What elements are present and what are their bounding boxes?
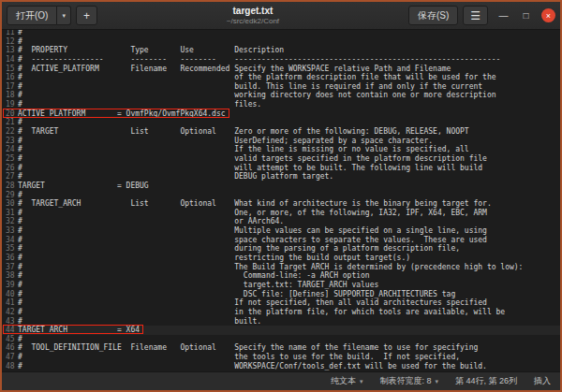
line-text: # [18, 118, 22, 126]
line-number: 41 [2, 298, 18, 308]
code-line[interactable]: 15# ACTIVE_PLATFORM Filename Recommended… [2, 65, 560, 74]
code-line[interactable]: 14# ---------------- -------- -------- -… [2, 55, 560, 65]
code-line[interactable]: 46# TOOL_DEFINITION_FILE Filename Option… [2, 343, 560, 353]
line-text: # space characters to separate the value… [18, 236, 487, 244]
line-number: 16 [2, 73, 18, 82]
code-line[interactable]: 18# working directory does not contain o… [2, 91, 560, 100]
window-controls: — □ × [496, 8, 555, 22]
code-line[interactable]: 48# WORKSPACE/Conf/tools_def.txt will be… [2, 362, 560, 371]
maximize-icon[interactable]: □ [519, 8, 533, 22]
code-line[interactable]: 24# If the line is missing or no value i… [2, 145, 560, 154]
code-line[interactable]: 35# during the parsing of a platform des… [2, 244, 560, 254]
code-line[interactable]: 19# files. [2, 100, 560, 109]
code-line[interactable]: 42# in the platform file, for which tool… [2, 308, 560, 317]
line-text: ACTIVE_PLATFORM = OvmfPkg/OvmfPkgX64.dsc [18, 109, 226, 118]
open-split-button: 打开(O) ▾ [7, 6, 71, 25]
code-line[interactable]: 37# The Build Target ARCH is determined … [2, 263, 560, 272]
line-text: # WORKSPACE/Conf/tools_def.txt will be u… [18, 362, 487, 370]
code-line[interactable]: 33# Multiple values can be specified on … [2, 226, 560, 236]
code-lines: 11#12#13# PROPERTY Type Use Description1… [2, 30, 560, 370]
code-line[interactable]: 44TARGET_ARCH = X64 [2, 326, 560, 335]
line-number: 21 [2, 118, 18, 127]
code-line[interactable]: 17# build. This line is required if and … [2, 82, 560, 92]
line-text: # [18, 37, 22, 46]
line-number: 30 [2, 199, 18, 209]
new-document-button[interactable]: + [76, 6, 97, 25]
line-number: 11 [2, 30, 18, 37]
line-text: # will attempt to be built. The followin… [18, 164, 482, 172]
line-number: 46 [2, 343, 18, 353]
line-number: 27 [2, 172, 18, 181]
line-number: 28 [2, 181, 18, 191]
line-text: TARGET = DEBUG [18, 181, 149, 190]
code-line[interactable]: 21# [2, 118, 560, 127]
code-line[interactable]: 40# DSC file: [Defines] SUPPORTED_ARCHIT… [2, 290, 560, 299]
cursor-position-label: 第 44行, 第 26列 [455, 375, 517, 387]
line-number: 34 [2, 236, 18, 245]
open-dropdown-icon[interactable]: ▾ [57, 6, 71, 25]
text-editor-window: 打开(O) ▾ + target.txt ~/src/edk2/Conf 保存(… [0, 0, 562, 392]
code-line[interactable]: 32# or AArch64. [2, 217, 560, 226]
line-number: 18 [2, 91, 18, 100]
doc-type-selector[interactable]: 纯文本 ▾ [331, 375, 363, 387]
code-line[interactable]: 27# DEBUG platform target. [2, 172, 560, 181]
input-mode-label: 插入 [534, 375, 551, 387]
code-line[interactable]: 38# Command-line: -a ARCH option [2, 271, 560, 281]
code-line[interactable]: 12# [2, 37, 560, 47]
code-line[interactable]: 22# TARGET List Optional Zero or more of… [2, 127, 560, 137]
code-line[interactable]: 31# One, or more, of the following, IA32… [2, 209, 560, 218]
cursor-position[interactable]: 第 44行, 第 26列 [455, 375, 517, 387]
line-text: # build. This line is required if and on… [18, 82, 482, 91]
code-line[interactable]: 30# TARGET_ARCH List Optional What kind … [2, 199, 560, 209]
code-line[interactable]: 47# the tools to use for the build. If n… [2, 353, 560, 362]
line-text: # ---------------- -------- -------- ---… [18, 55, 500, 64]
line-number: 33 [2, 226, 18, 236]
code-line[interactable]: 20ACTIVE_PLATFORM = OvmfPkg/OvmfPkgX64.d… [2, 109, 560, 119]
line-number: 37 [2, 263, 18, 272]
code-line[interactable]: 43# built. [2, 317, 560, 327]
line-number: 29 [2, 191, 18, 200]
code-line[interactable]: 23# UserDefined; separated by a space ch… [2, 137, 560, 146]
minimize-icon[interactable]: — [496, 8, 510, 22]
code-line[interactable]: 41# If not specified, then all valid arc… [2, 298, 560, 308]
code-line[interactable]: 13# PROPERTY Type Use Description [2, 46, 560, 55]
line-number: 23 [2, 137, 18, 146]
line-number: 47 [2, 353, 18, 362]
line-text: # PROPERTY Type Use Description [18, 46, 284, 54]
line-text: # DEBUG platform target. [18, 172, 333, 181]
line-number: 40 [2, 290, 18, 299]
header-left-group: 打开(O) ▾ + [7, 6, 97, 25]
line-text: # or AArch64. [18, 217, 284, 225]
code-line[interactable]: 39# target.txt: TARGET_ARCH values [2, 281, 560, 290]
window-subtitle: ~/src/edk2/Conf [102, 17, 404, 25]
line-text: # DSC file: [Defines] SUPPORTED_ARCHITEC… [18, 290, 455, 298]
code-line[interactable]: 45# [2, 335, 560, 344]
code-line[interactable]: 25# valid targets specified in the platf… [2, 154, 560, 164]
code-line[interactable]: 29# [2, 191, 560, 200]
line-number: 35 [2, 244, 18, 254]
hamburger-menu-button[interactable]: ☰ [463, 6, 488, 25]
code-line[interactable]: 11# [2, 30, 560, 37]
line-number: 15 [2, 65, 18, 74]
line-number: 32 [2, 217, 18, 226]
line-text: # of the platform description file that … [18, 73, 496, 81]
line-text: # during the parsing of a platform descr… [18, 244, 460, 253]
code-line[interactable]: 34# space characters to separate the val… [2, 236, 560, 245]
line-text: # If the line is missing or no value is … [18, 145, 469, 153]
tab-width-selector[interactable]: 制表符宽度: 8 ▾ [379, 375, 438, 387]
close-icon[interactable]: × [541, 8, 555, 22]
line-text: # restricting the build output target(s.… [18, 254, 410, 262]
line-text: # TOOL_DEFINITION_FILE Filename Optional… [18, 343, 478, 352]
header-right-group: 保存(S) ☰ — □ × [408, 6, 555, 25]
code-line[interactable]: 26# will attempt to be built. The follow… [2, 164, 560, 173]
code-line[interactable]: 28TARGET = DEBUG [2, 181, 560, 191]
editor-area[interactable]: 11#12#13# PROPERTY Type Use Description1… [2, 30, 560, 371]
code-line[interactable]: 36# restricting the build output target(… [2, 254, 560, 263]
line-text: # TARGET List Optional Zero or more of t… [18, 127, 469, 136]
line-text: # in the platform file, for which tools … [18, 308, 505, 316]
open-button[interactable]: 打开(O) [7, 6, 57, 25]
line-number: 48 [2, 362, 18, 371]
code-line[interactable]: 16# of the platform description file tha… [2, 73, 560, 82]
line-text: # The Build Target ARCH is determined by… [18, 263, 523, 271]
save-button[interactable]: 保存(S) [408, 6, 458, 25]
